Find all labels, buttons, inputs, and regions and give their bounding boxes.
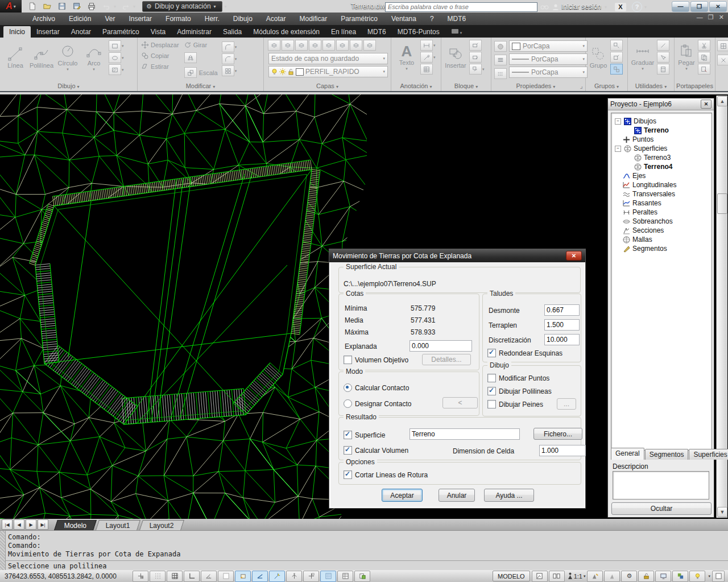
- layer-lock-button[interactable]: [363, 40, 376, 51]
- save-as-button[interactable]: [70, 1, 84, 11]
- lineweight-dropdown[interactable]: PorCapa▾: [509, 53, 588, 65]
- last-tab-button[interactable]: ▶|: [38, 519, 48, 530]
- detalles-button[interactable]: Detalles...: [422, 354, 471, 365]
- tab-salida[interactable]: Salida: [217, 26, 247, 38]
- menu-item-param-trico[interactable]: Paramétrico: [334, 14, 384, 24]
- palette-titlebar[interactable]: Proyecto - Ejemplo6 ✕: [608, 98, 714, 110]
- object-snap-toggle[interactable]: [235, 571, 251, 582]
- object-snap-tracking-toggle[interactable]: [269, 571, 285, 582]
- mirror-button[interactable]: [184, 52, 218, 64]
- layer-state-dropdown[interactable]: Estado de capa no guardado▾: [268, 53, 388, 64]
- exchange-apps-button[interactable]: X: [615, 3, 626, 11]
- chevron-down-icon[interactable]: ▾: [114, 4, 118, 9]
- tab-vista[interactable]: Vista: [145, 26, 171, 38]
- panel-title-anotacion[interactable]: Anotación ▾: [391, 81, 441, 91]
- selection-cycling-toggle[interactable]: [354, 571, 370, 582]
- copy-clip-button[interactable]: [698, 52, 710, 63]
- panel-title-bloque[interactable]: Bloque ▾: [441, 81, 491, 91]
- tree-item-puntos[interactable]: Puntos: [611, 135, 712, 144]
- toolbar-overflow-icon[interactable]: ▾: [225, 4, 229, 9]
- tab-anotar[interactable]: Anotar: [65, 26, 97, 38]
- group-edit-button[interactable]: [610, 52, 623, 63]
- move-button[interactable]: Desplazar: [141, 41, 179, 49]
- tree-expander-icon[interactable]: −: [615, 146, 621, 152]
- palette-tab-superficies[interactable]: Superficies: [689, 449, 728, 460]
- layer-properties-button[interactable]: [268, 40, 280, 51]
- scrollbar-thumb[interactable]: [717, 193, 727, 214]
- scale-button[interactable]: Escala: [184, 67, 218, 79]
- tree-item-terreno3[interactable]: Terreno3: [611, 153, 712, 162]
- table-button[interactable]: [420, 64, 433, 75]
- flyout-arrow-icon[interactable]: ▾: [122, 68, 124, 72]
- tree-item-peraltes[interactable]: Peraltes: [611, 208, 712, 217]
- transparency-toggle[interactable]: [320, 571, 336, 582]
- close-extra-button[interactable]: [717, 55, 728, 65]
- help-button[interactable]: ?: [632, 2, 642, 12]
- menu-item-ventana[interactable]: Ventana: [384, 14, 423, 24]
- layer-unisolate-button[interactable]: [322, 40, 335, 51]
- isolate-objects-button[interactable]: [672, 571, 688, 582]
- drawing-viewport[interactable]: ▲ ▼ Proyecto - Ejemplo6 ✕ −DibujosTerren…: [0, 94, 728, 519]
- match-properties-button[interactable]: [494, 41, 507, 52]
- quick-select-button[interactable]: [657, 52, 669, 63]
- lineweight-list-icon[interactable]: [494, 55, 507, 65]
- tree-item-rasantes[interactable]: Rasantes: [611, 199, 712, 208]
- ribbon-display-toggle[interactable]: ▾: [445, 26, 468, 38]
- paste-button[interactable]: Pegar▾: [676, 42, 697, 71]
- palette-tab-segmentos[interactable]: Segmentos: [645, 449, 689, 460]
- dialog-titlebar[interactable]: Movimiento de Tierras por Cota de Explan…: [329, 249, 585, 262]
- chevron-down-icon[interactable]: ▾: [133, 4, 138, 9]
- scroll-down-arrow[interactable]: ▼: [717, 507, 727, 517]
- edit-block-button[interactable]: [469, 52, 482, 63]
- annotation-scale-control[interactable]: 1:1▾: [568, 572, 586, 580]
- menu-item-acotar[interactable]: Acotar: [259, 14, 293, 24]
- grid-toggle[interactable]: [167, 571, 183, 582]
- hatch-button[interactable]: [109, 64, 121, 75]
- quick-properties-toggle[interactable]: [337, 571, 353, 582]
- fichero-button[interactable]: Fichero...: [533, 428, 582, 440]
- model-space-button[interactable]: MODELO: [493, 571, 530, 581]
- workspace-gear-button[interactable]: ⚙: [621, 571, 637, 582]
- close-button[interactable]: ✕: [709, 1, 727, 12]
- angle-snap-toggle[interactable]: [252, 571, 268, 582]
- menu-item--[interactable]: ?: [423, 14, 441, 24]
- dialog-close-button[interactable]: ✕: [566, 251, 582, 261]
- autoscale-button[interactable]: [604, 571, 620, 582]
- undo-button[interactable]: [100, 1, 113, 11]
- panel-title-utilidades[interactable]: Utilidades ▾: [628, 81, 674, 91]
- modificar-puntos-checkbox[interactable]: Modificar Puntos: [487, 374, 549, 382]
- hide-palette-button[interactable]: Ocultar: [611, 502, 712, 515]
- copy-button[interactable]: Copiar: [141, 52, 179, 60]
- tab-en-l-nea[interactable]: En línea: [325, 26, 362, 38]
- dimension-button[interactable]: [420, 40, 433, 51]
- calcular-contacto-radio[interactable]: Calcular Contacto: [344, 383, 409, 392]
- block-attributes-button[interactable]: [469, 64, 482, 75]
- tree-expander-icon[interactable]: −: [615, 118, 621, 125]
- panel-title-portapapeles[interactable]: Portapapeles: [675, 81, 715, 91]
- line-button[interactable]: Línea: [2, 44, 28, 69]
- polar-tracking-toggle[interactable]: [201, 571, 217, 582]
- layer-isolate-button[interactable]: [309, 40, 321, 51]
- menu-item-herr-[interactable]: Herr.: [198, 14, 226, 24]
- minimize-button[interactable]: —: [672, 1, 689, 12]
- layer-freeze-button[interactable]: [336, 40, 349, 51]
- tree-item-sobreanchos[interactable]: Sobreanchos: [611, 217, 712, 226]
- ortho-mode-toggle[interactable]: [184, 571, 200, 582]
- menu-item-edici-n[interactable]: Edición: [62, 14, 98, 24]
- grid-display-toggle[interactable]: [150, 571, 166, 582]
- plot-button[interactable]: [85, 1, 98, 11]
- redo-button[interactable]: [119, 1, 133, 11]
- tree-item-mallas[interactable]: Mallas: [611, 235, 712, 244]
- cut-button[interactable]: [698, 40, 710, 51]
- project-tree[interactable]: −DibujosTerrenoPuntos−SuperficiesTerreno…: [611, 113, 712, 451]
- superficie-checkbox[interactable]: Superficie: [344, 431, 385, 439]
- prev-tab-button[interactable]: ◀: [14, 519, 24, 530]
- next-tab-button[interactable]: ▶: [26, 519, 36, 530]
- tab-insertar[interactable]: Insertar: [31, 26, 65, 38]
- group-selection-toggle[interactable]: [610, 64, 623, 75]
- insert-block-button[interactable]: Insertar: [442, 44, 469, 69]
- snap-mode-toggle[interactable]: [133, 571, 148, 582]
- calcular-volumen-checkbox[interactable]: Calcular Volumen: [344, 446, 408, 455]
- tree-item-segmentos[interactable]: Segmentos: [611, 244, 712, 253]
- layout-tab-modelo[interactable]: Modelo: [54, 520, 97, 530]
